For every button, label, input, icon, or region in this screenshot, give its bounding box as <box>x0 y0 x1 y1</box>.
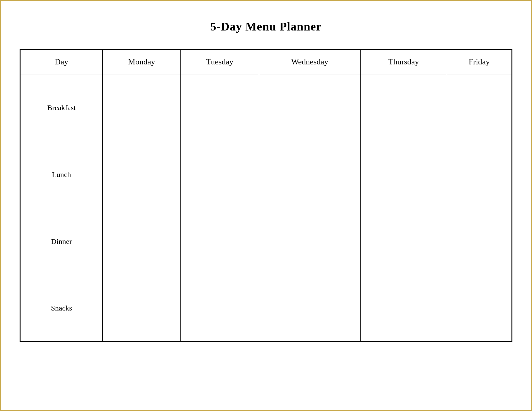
cell-lunch-friday[interactable] <box>447 141 512 208</box>
meal-label-snacks: Snacks <box>20 275 103 342</box>
row-dinner: Dinner <box>20 208 512 275</box>
row-snacks: Snacks <box>20 275 512 342</box>
cell-lunch-thursday[interactable] <box>361 141 447 208</box>
cell-dinner-friday[interactable] <box>447 208 512 275</box>
meal-label-dinner: Dinner <box>20 208 103 275</box>
cell-breakfast-wednesday[interactable] <box>259 74 360 141</box>
col-header-day: Day <box>20 49 103 74</box>
cell-breakfast-monday[interactable] <box>103 74 181 141</box>
cell-lunch-tuesday[interactable] <box>180 141 259 208</box>
cell-snacks-thursday[interactable] <box>361 275 447 342</box>
row-lunch: Lunch <box>20 141 512 208</box>
cell-dinner-wednesday[interactable] <box>259 208 360 275</box>
meal-label-breakfast: Breakfast <box>20 74 103 141</box>
cell-breakfast-thursday[interactable] <box>361 74 447 141</box>
page-title: 5-Day Menu Planner <box>210 20 322 33</box>
cell-snacks-monday[interactable] <box>103 275 181 342</box>
col-header-monday: Monday <box>103 49 181 74</box>
cell-dinner-monday[interactable] <box>103 208 181 275</box>
cell-breakfast-friday[interactable] <box>447 74 512 141</box>
col-header-friday: Friday <box>447 49 512 74</box>
col-header-thursday: Thursday <box>361 49 447 74</box>
row-breakfast: Breakfast <box>20 74 512 141</box>
cell-snacks-friday[interactable] <box>447 275 512 342</box>
cell-snacks-tuesday[interactable] <box>180 275 259 342</box>
cell-dinner-tuesday[interactable] <box>180 208 259 275</box>
meal-label-lunch: Lunch <box>20 141 103 208</box>
cell-lunch-monday[interactable] <box>103 141 181 208</box>
cell-lunch-wednesday[interactable] <box>259 141 360 208</box>
col-header-wednesday: Wednesday <box>259 49 360 74</box>
cell-dinner-thursday[interactable] <box>361 208 447 275</box>
col-header-tuesday: Tuesday <box>180 49 259 74</box>
cell-breakfast-tuesday[interactable] <box>180 74 259 141</box>
planner-table: Day Monday Tuesday Wednesday Thursday Fr… <box>20 49 512 342</box>
cell-snacks-wednesday[interactable] <box>259 275 360 342</box>
header-row: Day Monday Tuesday Wednesday Thursday Fr… <box>20 49 512 74</box>
